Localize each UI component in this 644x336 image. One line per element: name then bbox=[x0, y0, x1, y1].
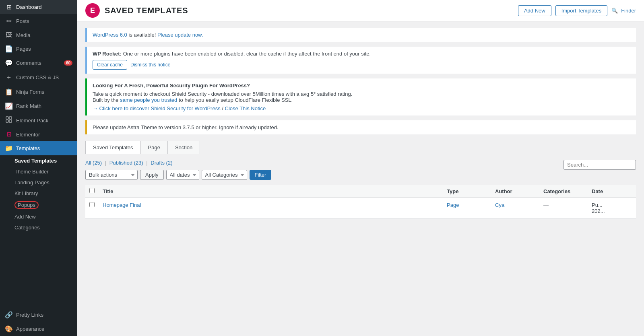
pages-icon: 📄 bbox=[5, 45, 13, 53]
all-categories-select[interactable]: All Categories bbox=[202, 170, 247, 180]
sidebar-item-ninja-forms[interactable]: 📋 Ninja Forms bbox=[0, 85, 77, 99]
sidebar: ⊞ Dashboard ✏ Posts 🖼 Media 📄 Pages 💬 Co… bbox=[0, 0, 77, 336]
wordpress-update-link[interactable]: WordPress 6.0 bbox=[93, 32, 127, 38]
sidebar-subitem-kit-library[interactable]: Kit Library bbox=[0, 188, 77, 199]
filter-drafts-link[interactable]: Drafts (2) bbox=[151, 160, 172, 166]
templates-icon: 📁 bbox=[5, 144, 13, 152]
sidebar-subitem-theme-builder[interactable]: Theme Builder bbox=[0, 166, 77, 177]
ninja-forms-icon: 📋 bbox=[5, 88, 13, 96]
bulk-actions-select[interactable]: Bulk actions bbox=[85, 170, 138, 180]
row-title-cell: Homepage Final bbox=[99, 198, 443, 219]
filter-published-link[interactable]: Published (23) bbox=[109, 160, 143, 166]
notice-is-available: is available! bbox=[128, 32, 157, 38]
notice-text: WordPress 6.0 is available! Please updat… bbox=[93, 32, 203, 38]
shield-body2: Built by the same people you trusted to … bbox=[93, 97, 630, 103]
shield-links: → Click here to discover Shield Security… bbox=[93, 105, 630, 111]
comments-badge: 60 bbox=[64, 60, 72, 66]
col-checkbox bbox=[85, 185, 99, 198]
elementor-icon: ⊡ bbox=[5, 131, 13, 138]
sidebar-item-pages[interactable]: 📄 Pages bbox=[0, 42, 77, 56]
col-date-header: Date bbox=[588, 185, 636, 198]
sidebar-item-posts[interactable]: ✏ Posts bbox=[0, 14, 77, 28]
search-box-area bbox=[564, 160, 636, 170]
filter-button[interactable]: Filter bbox=[250, 170, 272, 180]
sidebar-item-label: Media bbox=[16, 32, 72, 38]
sidebar-item-label: Pages bbox=[16, 46, 72, 52]
sidebar-item-pretty-links[interactable]: 🔗 Pretty Links bbox=[0, 308, 77, 322]
date-value: Pu...202... bbox=[592, 202, 605, 214]
sidebar-item-label: Appearance bbox=[16, 326, 72, 332]
row-checkbox[interactable] bbox=[89, 202, 95, 207]
astra-theme-notice: Please update Astra Theme to version 3.7… bbox=[85, 120, 636, 134]
tab-page[interactable]: Page bbox=[140, 141, 167, 154]
add-new-button[interactable]: Add New bbox=[518, 5, 551, 16]
please-update-link[interactable]: Please update now. bbox=[157, 32, 203, 38]
dashboard-icon: ⊞ bbox=[5, 3, 13, 11]
row-type-cell: Page bbox=[443, 198, 491, 219]
sidebar-item-rank-math[interactable]: 📈 Rank Math bbox=[0, 99, 77, 113]
template-title-link[interactable]: Homepage Final bbox=[103, 202, 141, 208]
sidebar-item-element-pack[interactable]: Element Pack bbox=[0, 113, 77, 128]
filter-all-link[interactable]: All (25) bbox=[85, 160, 102, 166]
sidebar-item-label: Pretty Links bbox=[16, 312, 72, 318]
tab-section[interactable]: Section bbox=[167, 141, 200, 154]
col-type-header: Type bbox=[443, 185, 491, 198]
shield-discover-link[interactable]: → Click here to discover Shield Security… bbox=[93, 105, 221, 111]
sidebar-item-dashboard[interactable]: ⊞ Dashboard bbox=[0, 0, 77, 14]
media-icon: 🖼 bbox=[5, 31, 13, 39]
filter-links: All (25) | Published (23) | Drafts (2) bbox=[85, 160, 636, 166]
sidebar-subitem-categories[interactable]: Categories bbox=[0, 222, 77, 233]
elementor-logo: E bbox=[85, 3, 100, 18]
wp-rocket-actions: Clear cache Dismiss this notice bbox=[93, 60, 630, 70]
col-title-header[interactable]: Title bbox=[99, 185, 443, 198]
row-date-cell: Pu...202... bbox=[588, 198, 636, 219]
svg-rect-0 bbox=[6, 117, 8, 119]
sidebar-subitem-saved-templates[interactable]: Saved Templates bbox=[0, 155, 77, 166]
sidebar-item-custom-css-js[interactable]: ＋ Custom CSS & JS bbox=[0, 70, 77, 85]
table-row: Homepage Final Page Cya — Pu...202... bbox=[85, 198, 636, 219]
sidebar-item-label: Templates bbox=[16, 145, 72, 151]
svg-rect-3 bbox=[9, 120, 12, 122]
sidebar-item-media[interactable]: 🖼 Media bbox=[0, 28, 77, 42]
page-title: SAVED TEMPLATES bbox=[105, 6, 188, 15]
search-templates-input[interactable] bbox=[564, 160, 636, 170]
close-shield-link[interactable]: Close This Notice bbox=[225, 105, 266, 111]
finder-label[interactable]: Finder bbox=[621, 8, 636, 14]
sidebar-item-label: Dashboard bbox=[16, 4, 72, 10]
wp-rocket-notice: WP Rocket: One or more plugins have been… bbox=[85, 47, 636, 74]
dismiss-notice-button[interactable]: Dismiss this notice bbox=[130, 60, 170, 70]
sidebar-item-label: Posts bbox=[16, 18, 72, 24]
apply-button[interactable]: Apply bbox=[140, 170, 164, 180]
row-checkbox-cell bbox=[85, 198, 99, 219]
pretty-links-icon: 🔗 bbox=[5, 311, 13, 319]
sidebar-item-label: Elementor bbox=[16, 132, 72, 138]
sidebar-item-elementor[interactable]: ⊡ Elementor bbox=[0, 128, 77, 141]
col-author-header: Author bbox=[491, 185, 539, 198]
all-dates-select[interactable]: All dates bbox=[166, 170, 199, 180]
wp-rocket-text: One or more plugins have been enabled or… bbox=[123, 51, 371, 57]
rank-math-icon: 📈 bbox=[5, 102, 13, 110]
sidebar-item-label: Custom CSS & JS bbox=[16, 74, 72, 80]
templates-submenu: Saved Templates Theme Builder Landing Pa… bbox=[0, 155, 77, 233]
shield-security-notice: Looking For A Fresh, Powerful Security P… bbox=[85, 78, 636, 115]
custom-css-icon: ＋ bbox=[5, 73, 13, 82]
import-templates-button[interactable]: Import Templates bbox=[555, 5, 607, 16]
sidebar-item-appearance[interactable]: 🎨 Appearance bbox=[0, 322, 77, 336]
same-people-link[interactable]: same people you trusted bbox=[120, 97, 177, 103]
row-author-cell: Cya bbox=[491, 198, 539, 219]
page-header: E SAVED TEMPLATES Add New Import Templat… bbox=[77, 0, 644, 21]
type-link[interactable]: Page bbox=[447, 202, 459, 208]
sidebar-subitem-landing-pages[interactable]: Landing Pages bbox=[0, 177, 77, 188]
sidebar-subitem-popups[interactable]: Popups bbox=[0, 199, 77, 211]
col-categories-header: Categories bbox=[539, 185, 588, 198]
tab-saved-templates[interactable]: Saved Templates bbox=[85, 141, 140, 154]
clear-cache-button[interactable]: Clear cache bbox=[93, 60, 127, 70]
author-link[interactable]: Cya bbox=[495, 202, 504, 208]
sidebar-item-templates[interactable]: 📁 Templates bbox=[0, 141, 77, 155]
sidebar-item-comments[interactable]: 💬 Comments 60 bbox=[0, 56, 77, 70]
sidebar-item-label: Rank Math bbox=[16, 103, 72, 109]
sidebar-item-label: Element Pack bbox=[16, 117, 72, 124]
select-all-checkbox[interactable] bbox=[89, 188, 95, 193]
main-content: E SAVED TEMPLATES Add New Import Templat… bbox=[77, 0, 644, 336]
sidebar-subitem-add-new[interactable]: Add New bbox=[0, 211, 77, 222]
